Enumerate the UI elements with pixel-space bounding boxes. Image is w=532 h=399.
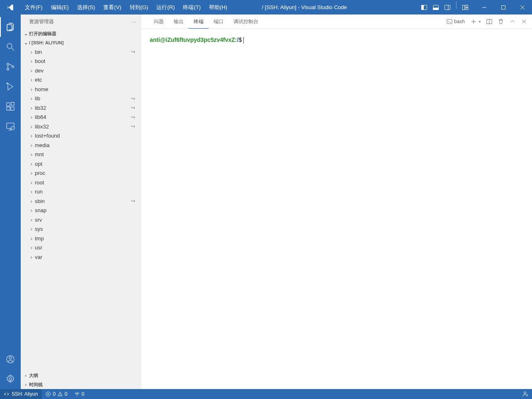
- folder-item-media[interactable]: ›media: [21, 140, 141, 150]
- folder-item-opt[interactable]: ›opt: [21, 159, 141, 169]
- activity-explorer-icon[interactable]: [0, 17, 21, 37]
- menu-run[interactable]: 运行(R): [152, 1, 179, 14]
- symlink-icon: ↪: [131, 123, 141, 129]
- layout-panel-bottom-icon[interactable]: [430, 1, 441, 14]
- activity-source-control-icon[interactable]: [0, 57, 21, 77]
- status-ports[interactable]: 0: [71, 389, 88, 399]
- activity-search-icon[interactable]: [0, 37, 21, 57]
- folder-name: etc: [35, 77, 141, 83]
- folder-item-libx32[interactable]: ›libx32↪: [21, 122, 141, 131]
- section-timeline[interactable]: › 时间线: [21, 380, 141, 389]
- folder-item-bin[interactable]: ›bin↪: [21, 47, 141, 57]
- menu-file[interactable]: 文件(F): [21, 1, 47, 14]
- terminal-view[interactable]: anti@iZuf6ftuvpyd3pc5zv4fvxZ:/$: [141, 29, 532, 389]
- activity-extensions-icon[interactable]: [0, 97, 21, 116]
- window-close-button[interactable]: [513, 1, 532, 14]
- menu-edit[interactable]: 编辑(E): [47, 1, 73, 14]
- close-panel-button[interactable]: [520, 18, 528, 25]
- warning-icon: [57, 391, 63, 397]
- folder-item-var[interactable]: ›var: [21, 252, 141, 262]
- folder-item-usr[interactable]: ›usr: [21, 243, 141, 253]
- window-controls: [475, 1, 532, 14]
- folder-item-snap[interactable]: ›snap: [21, 206, 141, 215]
- folder-name: home: [35, 86, 141, 92]
- folder-item-lib64[interactable]: ›lib64↪: [21, 113, 141, 122]
- customize-layout-icon[interactable]: [460, 1, 471, 14]
- menu-selection[interactable]: 选择(S): [73, 1, 99, 14]
- folder-item-etc[interactable]: ›etc: [21, 75, 141, 85]
- activity-accounts-icon[interactable]: [0, 349, 21, 369]
- chevron-right-icon: ›: [28, 198, 35, 204]
- panel-tab-problems[interactable]: 问题: [149, 15, 169, 28]
- folder-item-root[interactable]: ›root: [21, 178, 141, 187]
- section-folder-root[interactable]: ⌄ / [SSH: ALIYUN]: [21, 38, 141, 47]
- activity-bar: [0, 15, 21, 389]
- sidebar-explorer: 资源管理器 ··· ⌄ 打开的编辑器 ⌄ / [SSH: ALIYUN] ›bi…: [21, 15, 141, 389]
- folder-name: proc: [35, 170, 141, 176]
- status-feedback[interactable]: [519, 389, 532, 399]
- chevron-right-icon: ›: [28, 161, 35, 167]
- kill-terminal-button[interactable]: [497, 18, 505, 25]
- svg-rect-8: [466, 8, 468, 10]
- panel-tab-terminal[interactable]: 终端: [189, 15, 209, 29]
- folder-name: lib: [35, 95, 131, 102]
- folder-item-lost+found[interactable]: ›lost+found: [21, 131, 141, 141]
- folder-item-dev[interactable]: ›dev: [21, 66, 141, 75]
- terminal-prompt-symbol: $: [238, 36, 242, 43]
- svg-point-17: [12, 66, 14, 68]
- status-ports-count: 0: [82, 391, 85, 397]
- svg-point-43: [524, 392, 526, 394]
- terminal-shell-selector[interactable]: bash: [446, 18, 466, 25]
- new-terminal-button[interactable]: ▾: [470, 18, 481, 25]
- symlink-icon: ↪: [131, 49, 141, 55]
- status-problems[interactable]: 0 0: [42, 389, 70, 399]
- window-maximize-button[interactable]: [494, 1, 513, 14]
- panel-tab-debug-console[interactable]: 调试控制台: [228, 15, 263, 28]
- activity-settings-icon[interactable]: [0, 369, 21, 389]
- layout-sidebar-right-icon[interactable]: [442, 1, 453, 14]
- chevron-down-icon: ⌄: [22, 40, 29, 46]
- maximize-panel-button[interactable]: [509, 18, 516, 25]
- folder-item-lib[interactable]: ›lib↪: [21, 94, 141, 104]
- panel-tab-ports[interactable]: 端口: [209, 15, 228, 28]
- activity-remote-explorer-icon[interactable]: [0, 116, 21, 136]
- folder-item-proc[interactable]: ›proc: [21, 169, 141, 178]
- section-label: 大纲: [29, 372, 38, 379]
- status-errors-count: 0: [53, 391, 56, 397]
- title-bar: 文件(F) 编辑(E) 选择(S) 查看(V) 转到(G) 运行(R) 终端(T…: [0, 0, 532, 15]
- folder-item-home[interactable]: ›home: [21, 85, 141, 94]
- menu-go[interactable]: 转到(G): [126, 1, 153, 14]
- status-remote[interactable]: SSH: Aliyun: [0, 389, 42, 399]
- section-outline[interactable]: › 大纲: [21, 371, 141, 380]
- svg-rect-6: [463, 5, 465, 10]
- svg-rect-4: [445, 5, 450, 10]
- folder-name: opt: [35, 161, 141, 167]
- chevron-right-icon: ›: [28, 254, 35, 260]
- chevron-right-icon: ›: [28, 207, 35, 213]
- menu-view[interactable]: 查看(V): [99, 1, 125, 14]
- folder-item-srv[interactable]: ›srv: [21, 215, 141, 225]
- sidebar-more-icon[interactable]: ···: [132, 19, 136, 25]
- chevron-right-icon: ›: [28, 105, 35, 111]
- status-bar: SSH: Aliyun 0 0 0: [0, 389, 532, 399]
- folder-item-lib32[interactable]: ›lib32↪: [21, 103, 141, 113]
- activity-run-debug-icon[interactable]: [0, 77, 21, 97]
- folder-name: lib32: [35, 105, 131, 111]
- window-minimize-button[interactable]: [475, 1, 494, 14]
- folder-name: sys: [35, 226, 141, 232]
- folder-item-tmp[interactable]: ›tmp: [21, 234, 141, 243]
- editor-area: 问题 输出 终端 端口 调试控制台 bash ▾ anti@iZuf6ftuvp…: [141, 15, 532, 389]
- split-terminal-button[interactable]: [486, 18, 493, 25]
- folder-item-sys[interactable]: ›sys: [21, 225, 141, 234]
- bash-icon: [447, 19, 452, 24]
- symlink-icon: ↪: [131, 105, 141, 111]
- folder-item-sbin[interactable]: ›sbin↪: [21, 196, 141, 206]
- section-open-editors[interactable]: ⌄ 打开的编辑器: [21, 29, 141, 38]
- panel-actions: bash ▾: [446, 18, 528, 25]
- chevron-right-icon: ›: [28, 86, 35, 92]
- folder-item-boot[interactable]: ›boot: [21, 57, 141, 66]
- folder-item-run[interactable]: ›run: [21, 187, 141, 197]
- folder-item-mnt[interactable]: ›mnt: [21, 150, 141, 160]
- layout-sidebar-left-icon[interactable]: [419, 1, 430, 14]
- panel-tab-output[interactable]: 输出: [169, 15, 189, 28]
